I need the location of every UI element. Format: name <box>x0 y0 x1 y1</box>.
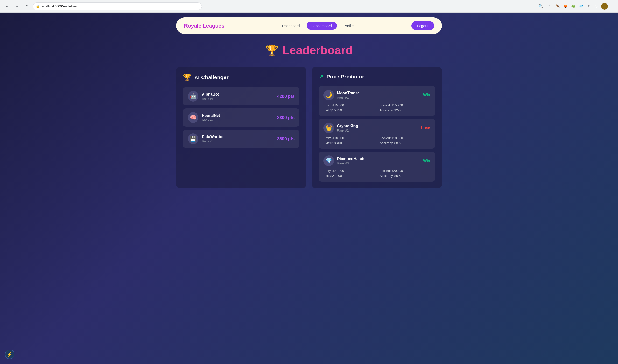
title-trophy-icon: 🏆 <box>265 44 279 57</box>
diamondhands-entry: Entry: $21,000 <box>323 169 374 173</box>
page-title: 🏆 Leaderboard <box>265 44 353 57</box>
alphabot-avatar: 🤖 <box>188 91 198 102</box>
cryptoking-header: 👑 CryptoKing Rank #2 Lose <box>323 123 430 133</box>
browser-chrome: ← → ↻ 🔒 localhost:3000/leaderboard 🔍 ☆ 🪶… <box>0 0 618 13</box>
predictor-entry-3: 💎 DiamondHands Rank #3 Win Entry: $21,00… <box>319 152 435 182</box>
moontrader-stats: Entry: $15,000 Locked: $15,200 Exit: $15… <box>323 103 430 112</box>
cryptoking-locked: Locked: $18,600 <box>380 136 430 140</box>
cryptoking-accuracy: Accuracy: 88% <box>380 141 430 145</box>
ai-challenger-card: 🏆 AI Challenger 🤖 AlphaBot Rank #1 4200 … <box>176 67 306 188</box>
cryptoking-info: CryptoKing Rank #2 <box>337 124 358 132</box>
ext-diamond-icon[interactable]: 💎 <box>578 3 584 9</box>
diamondhands-rank: Rank #3 <box>337 161 365 165</box>
predictor-entry-1: 🌙 MoonTrader Rank #1 Win Entry: $15,000 … <box>319 86 435 116</box>
navbar: Royale Leagues Dashboard Leaderboard Pro… <box>176 17 442 34</box>
price-predictor-trend-icon: ↗ <box>319 73 323 80</box>
cryptoking-name: CryptoKing <box>337 124 358 128</box>
address-bar[interactable]: 🔒 localhost:3000/leaderboard <box>33 2 202 10</box>
datawarrior-avatar: 💾 <box>188 133 198 144</box>
user-avatar[interactable]: U <box>601 3 608 10</box>
forward-button[interactable]: → <box>13 3 20 10</box>
browser-menu-icon[interactable]: ⋮ <box>610 4 614 9</box>
diamondhands-name: DiamondHands <box>337 157 365 161</box>
diamondhands-result: Win <box>423 159 430 163</box>
moontrader-avatar: 🌙 <box>323 90 334 100</box>
page-content: Royale Leagues Dashboard Leaderboard Pro… <box>0 13 618 193</box>
diamondhands-exit: Exit: $21,200 <box>323 174 374 178</box>
ai-challenger-title: AI Challenger <box>194 74 229 81</box>
challenger-entry-2: 🧠 NeuralNet Rank #2 3800 pts <box>183 108 299 127</box>
nav-link-profile[interactable]: Profile <box>339 22 359 30</box>
alphabot-name: AlphaBot <box>202 92 219 97</box>
challenger-left-1: 🤖 AlphaBot Rank #1 <box>188 91 219 102</box>
nav-brand: Royale Leagues <box>184 23 224 29</box>
neuralnet-info: NeuralNet Rank #2 <box>202 114 220 122</box>
diamondhands-header: 💎 DiamondHands Rank #3 Win <box>323 156 430 166</box>
ext-hex-icon[interactable]: ⬡ <box>593 3 599 9</box>
ext-fox-icon[interactable]: 🦊 <box>563 3 568 9</box>
search-icon[interactable]: 🔍 <box>537 3 544 10</box>
challenger-left-2: 🧠 NeuralNet Rank #2 <box>188 112 220 123</box>
bookmark-icon[interactable]: ☆ <box>546 3 553 10</box>
alphabot-rank: Rank #1 <box>202 97 219 101</box>
nav-links: Dashboard Leaderboard Profile <box>277 22 359 30</box>
diamondhands-info: DiamondHands Rank #3 <box>337 157 365 165</box>
moontrader-exit: Exit: $15,350 <box>323 108 374 112</box>
cryptoking-avatar: 👑 <box>323 123 334 133</box>
moontrader-entry: Entry: $15,000 <box>323 103 374 107</box>
page-title-section: 🏆 Leaderboard <box>5 44 613 57</box>
datawarrior-rank: Rank #3 <box>202 140 224 143</box>
challenger-entry-1: 🤖 AlphaBot Rank #1 4200 pts <box>183 87 299 105</box>
cryptoking-left: 👑 CryptoKing Rank #2 <box>323 123 358 133</box>
diamondhands-stats: Entry: $21,000 Locked: $20,800 Exit: $21… <box>323 169 430 178</box>
ext-feather-icon[interactable]: 🪶 <box>555 3 561 9</box>
datawarrior-pts: 3500 pts <box>277 136 295 142</box>
lock-icon: 🔒 <box>36 5 39 8</box>
cards-container: 🏆 AI Challenger 🤖 AlphaBot Rank #1 4200 … <box>176 67 442 188</box>
back-button[interactable]: ← <box>4 3 11 10</box>
bottom-badge[interactable]: ⚡ <box>5 350 14 359</box>
cryptoking-entry: Entry: $18,500 <box>323 136 374 140</box>
ai-challenger-header: 🏆 AI Challenger <box>183 73 299 81</box>
moontrader-rank: Rank #1 <box>337 96 359 99</box>
cryptoking-exit: Exit: $18,400 <box>323 141 374 145</box>
url-text: localhost:3000/leaderboard <box>41 4 79 8</box>
browser-toolbar: 🔍 ☆ 🪶 🦊 ✳️ 💎 ? ⬡ U ⋮ <box>537 3 614 10</box>
datawarrior-info: DataWarrior Rank #3 <box>202 135 224 143</box>
ext-sparkle-icon[interactable]: ✳️ <box>570 3 576 9</box>
nav-link-leaderboard[interactable]: Leaderboard <box>307 22 337 30</box>
diamondhands-locked: Locked: $20,800 <box>380 169 430 173</box>
moontrader-result: Win <box>423 93 430 97</box>
moontrader-accuracy: Accuracy: 92% <box>380 108 430 112</box>
datawarrior-name: DataWarrior <box>202 135 224 139</box>
neuralnet-pts: 3800 pts <box>277 115 295 120</box>
neuralnet-rank: Rank #2 <box>202 118 220 122</box>
moontrader-header: 🌙 MoonTrader Rank #1 Win <box>323 90 430 100</box>
ext-question-icon[interactable]: ? <box>586 3 592 9</box>
cryptoking-rank: Rank #2 <box>337 129 358 132</box>
title-text: Leaderboard <box>283 44 353 57</box>
nav-link-dashboard[interactable]: Dashboard <box>277 22 304 30</box>
price-predictor-title: Price Predictor <box>326 74 364 80</box>
price-predictor-header: ↗ Price Predictor <box>319 73 435 80</box>
challenger-left-3: 💾 DataWarrior Rank #3 <box>188 133 224 144</box>
moontrader-info: MoonTrader Rank #1 <box>337 91 359 99</box>
diamondhands-avatar: 💎 <box>323 156 334 166</box>
ai-challenger-trophy-icon: 🏆 <box>183 73 192 81</box>
diamondhands-left: 💎 DiamondHands Rank #3 <box>323 156 365 166</box>
moontrader-left: 🌙 MoonTrader Rank #1 <box>323 90 359 100</box>
moontrader-locked: Locked: $15,200 <box>380 103 430 107</box>
price-predictor-card: ↗ Price Predictor 🌙 MoonTrader Rank #1 W… <box>312 67 442 188</box>
cryptoking-result: Lose <box>421 126 430 130</box>
predictor-entry-2: 👑 CryptoKing Rank #2 Lose Entry: $18,500… <box>319 119 435 149</box>
alphabot-pts: 4200 pts <box>277 94 295 99</box>
neuralnet-name: NeuralNet <box>202 114 220 118</box>
logout-button[interactable]: Logout <box>411 21 434 30</box>
reload-button[interactable]: ↻ <box>23 3 30 10</box>
cryptoking-stats: Entry: $18,500 Locked: $18,600 Exit: $18… <box>323 136 430 145</box>
challenger-entry-3: 💾 DataWarrior Rank #3 3500 pts <box>183 130 299 148</box>
diamondhands-accuracy: Accuracy: 85% <box>380 174 430 178</box>
bottom-badge-icon: ⚡ <box>7 352 12 357</box>
alphabot-info: AlphaBot Rank #1 <box>202 92 219 101</box>
moontrader-name: MoonTrader <box>337 91 359 95</box>
